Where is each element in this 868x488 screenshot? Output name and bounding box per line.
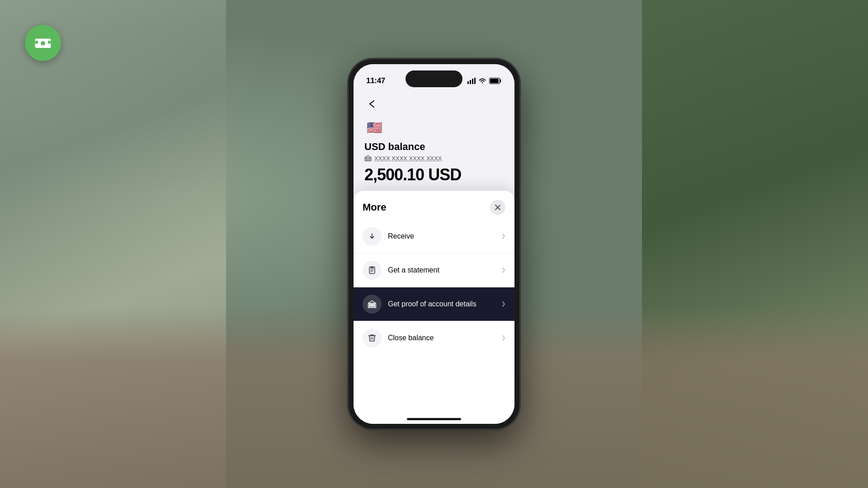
status-icons [467,78,502,84]
balance-amount: 2,500.10 USD [364,165,504,184]
menu-item-close-balance[interactable]: Close balance [354,321,514,355]
bank-small-icon [364,155,372,162]
receive-icon-circle [363,227,382,246]
receive-chevron [502,233,505,239]
svg-rect-29 [372,304,373,306]
floating-cash-button[interactable] [25,25,61,61]
svg-rect-5 [470,80,471,84]
statement-icon [368,266,377,275]
svg-rect-12 [368,159,368,160]
wifi-icon [478,78,486,84]
modal-sheet: More [354,191,514,424]
trash-icon-circle [363,328,382,347]
modal-overlay: More [354,191,514,424]
account-number[interactable]: XXXX XXXX XXXX XXXX [364,155,504,162]
receive-icon [368,232,377,241]
close-icon [495,204,501,211]
proof-label: Get proof of account details [388,300,495,308]
close-balance-label: Close balance [388,334,495,342]
statement-label: Get a statement [388,266,495,274]
menu-item-proof[interactable]: Get proof of account details [354,287,514,321]
phone-frame: 11:47 [348,59,520,429]
menu-list: Receive [354,220,514,364]
proof-chevron [502,301,505,307]
svg-rect-26 [372,267,373,268]
trash-icon [368,333,377,343]
receive-label: Receive [388,232,495,240]
menu-item-statement[interactable]: Get a statement [354,253,514,287]
modal-close-button[interactable] [490,200,505,215]
modal-header: More [354,191,514,220]
modal-title: More [363,202,387,213]
battery-icon [489,78,502,84]
svg-rect-11 [366,159,367,160]
close-balance-chevron [502,335,505,341]
account-number-text: XXXX XXXX XXXX XXXX [374,155,442,162]
svg-point-1 [41,41,45,46]
svg-rect-2 [35,41,38,43]
currency-flag: 🇺🇸 [364,117,384,137]
proof-icon-circle [363,295,382,314]
svg-rect-4 [467,81,469,84]
signal-icon [467,78,476,84]
balance-title: USD balance [364,141,504,153]
cash-icon [34,34,52,52]
svg-rect-9 [490,79,499,83]
statement-icon-circle [363,261,382,280]
home-indicator [407,418,461,420]
back-button[interactable] [364,96,381,112]
svg-rect-28 [369,304,371,306]
statement-chevron [502,267,505,273]
screen-content: 11:47 [354,64,514,424]
status-time: 11:47 [366,76,385,85]
bank-icon [368,300,377,309]
svg-rect-13 [369,159,370,160]
svg-rect-7 [474,78,476,84]
svg-rect-3 [48,41,51,43]
svg-rect-30 [373,304,375,306]
menu-item-receive[interactable]: Receive [354,220,514,253]
dynamic-island [406,70,462,87]
phone-screen: 11:47 [354,64,514,424]
svg-rect-6 [472,79,473,84]
svg-rect-25 [371,267,372,268]
